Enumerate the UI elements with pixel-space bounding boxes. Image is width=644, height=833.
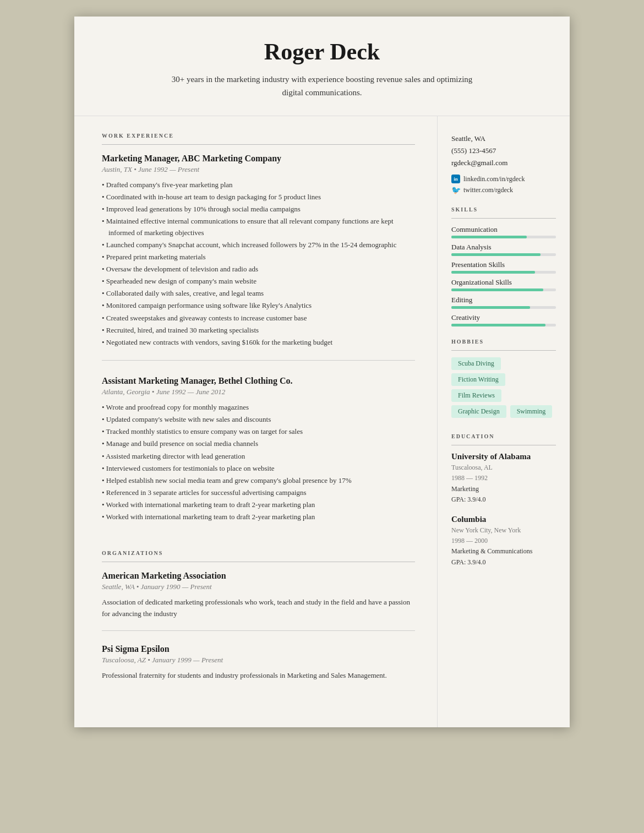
bullet-item: Drafted company's five-year marketing pl… <box>102 179 415 190</box>
sidebar: Seattle, WA (555) 123-4567 rgdeck@gmail.… <box>438 116 570 602</box>
linkedin-row: in linkedin.com/in/rgdeck <box>451 175 556 183</box>
skill-bar-fill-0 <box>451 236 527 238</box>
bullet-item: Coordinated with in-house art team to de… <box>102 192 415 203</box>
contact-email: rgdeck@gmail.com <box>451 157 556 169</box>
edu-field-1: Marketing & Communications <box>451 546 556 557</box>
skill-row-0: Communication <box>451 225 556 238</box>
resume-header: Roger Deck 30+ years in the marketing in… <box>74 17 570 116</box>
org-block-2: Psi Sigma Epsilon Tuscaloosa, AZ • Janua… <box>102 644 415 692</box>
edu-field-0: Marketing <box>451 484 556 494</box>
job-bullets-2: Wrote and proofread copy for monthly mag… <box>102 402 415 522</box>
bullet-item: Monitored campaign performance using sof… <box>102 300 415 311</box>
work-experience-section: WORK EXPERIENCE Marketing Manager, ABC M… <box>102 133 415 535</box>
skill-bar-bg-5 <box>451 324 556 326</box>
skill-name-1: Data Analysis <box>451 243 556 252</box>
organizations-label: ORGANIZATIONS <box>102 550 415 556</box>
edu-school-1: Columbia <box>451 515 556 524</box>
contact-phone: (555) 123-4567 <box>451 145 556 157</box>
skill-bar-fill-5 <box>451 324 545 326</box>
edu-years-1: 1998 — 2000 <box>451 536 556 546</box>
bullet-item: Created sweepstakes and giveaway contest… <box>102 313 415 324</box>
job-block-2: Assistant Marketing Manager, Bethel Clot… <box>102 376 415 535</box>
hobby-tag-3: Graphic Design <box>451 405 506 418</box>
job-title-2: Assistant Marketing Manager, Bethel Clot… <box>102 376 415 386</box>
main-content: WORK EXPERIENCE Marketing Manager, ABC M… <box>74 116 438 727</box>
bullet-item: Launched company's Snapchat account, whi… <box>102 239 415 251</box>
edu-gpa-0: GPA: 3.9/4.0 <box>451 494 556 505</box>
resume-document: Roger Deck 30+ years in the marketing in… <box>74 17 570 727</box>
skill-row-3: Organizational Skills <box>451 278 556 291</box>
job-title-1: Marketing Manager, ABC Marketing Company <box>102 154 415 164</box>
hobby-tag-2: Film Reviews <box>451 389 501 402</box>
skill-bar-fill-2 <box>451 271 535 274</box>
skill-name-5: Creativity <box>451 313 556 322</box>
bullet-item: Recruited, hired, and trained 30 marketi… <box>102 325 415 336</box>
skill-bar-bg-4 <box>451 306 556 309</box>
skill-row-1: Data Analysis <box>451 243 556 256</box>
hobby-tag-4: Swimming <box>510 405 553 418</box>
candidate-tagline: 30+ years in the marketing industry with… <box>162 73 482 99</box>
skill-row-5: Creativity <box>451 313 556 326</box>
bullet-item: Collaborated daily with sales, creative,… <box>102 288 415 299</box>
bullet-item: Wrote and proofread copy for monthly mag… <box>102 402 415 413</box>
skill-row-4: Editing <box>451 296 556 309</box>
job-bullets-1: Drafted company's five-year marketing pl… <box>102 179 415 348</box>
edu-years-0: 1988 — 1992 <box>451 473 556 483</box>
job-meta-1: Austin, TX • June 1992 — Present <box>102 165 415 174</box>
skill-name-0: Communication <box>451 225 556 234</box>
edu-gpa-1: GPA: 3.9/4.0 <box>451 557 556 568</box>
bullet-item: Referenced in 3 separate articles for su… <box>102 487 415 498</box>
skill-bar-fill-3 <box>451 288 543 291</box>
skill-bar-bg-2 <box>451 271 556 274</box>
skill-bar-bg-1 <box>451 253 556 256</box>
org-name-1: American Marketing Association <box>102 571 415 581</box>
skill-row-2: Presentation Skills <box>451 260 556 274</box>
bullet-item: Worked with international marketing team… <box>102 511 415 522</box>
body-layout: WORK EXPERIENCE Marketing Manager, ABC M… <box>74 116 570 727</box>
work-experience-label: WORK EXPERIENCE <box>102 133 415 139</box>
twitter-row: 🐦 twitter.com/rgdeck <box>451 186 556 194</box>
org-meta-1: Seattle, WA • January 1990 — Present <box>102 582 415 591</box>
education-section: EDUCATION University of Alabama Tuscaloo… <box>451 433 556 568</box>
organizations-section: ORGANIZATIONS American Marketing Associa… <box>102 550 415 692</box>
bullet-item: Negotiated new contracts with vendors, s… <box>102 337 415 348</box>
contact-block: Seattle, WA (555) 123-4567 rgdeck@gmail.… <box>451 133 556 194</box>
skill-name-3: Organizational Skills <box>451 278 556 287</box>
hobbies-section: HOBBIES Scuba Diving Fiction Writing Fil… <box>451 339 556 421</box>
bullet-item: Interviewed customers for testimonials t… <box>102 463 415 474</box>
org-meta-2: Tuscaloosa, AZ • January 1999 — Present <box>102 656 415 665</box>
twitter-icon: 🐦 <box>451 186 460 194</box>
org-desc-2: Professional fraternity for students and… <box>102 670 415 681</box>
bullet-item: Prepared print marketing materials <box>102 252 415 263</box>
bullet-item: Tracked monthly statistics to ensure com… <box>102 426 415 437</box>
bullet-item: Manage and build presence on social medi… <box>102 438 415 449</box>
bullet-item: Helped establish new social media team a… <box>102 475 415 486</box>
candidate-name: Roger Deck <box>107 39 537 65</box>
hobbies-tags: Scuba Diving Fiction Writing Film Review… <box>451 357 556 421</box>
org-desc-1: Association of dedicated marketing profe… <box>102 597 415 619</box>
bullet-item: Oversaw the development of television an… <box>102 264 415 275</box>
skill-bar-bg-0 <box>451 236 556 238</box>
twitter-link: twitter.com/rgdeck <box>463 186 513 194</box>
skill-bar-bg-3 <box>451 288 556 291</box>
skills-label: SKILLS <box>451 206 556 213</box>
org-name-2: Psi Sigma Epsilon <box>102 644 415 654</box>
linkedin-icon: in <box>451 175 460 183</box>
skill-bar-fill-4 <box>451 306 530 309</box>
bullet-item: Updated company's website with new sales… <box>102 414 415 425</box>
hobby-tag-1: Fiction Writing <box>451 373 505 386</box>
org-block-1: American Marketing Association Seattle, … <box>102 571 415 630</box>
edu-school-0: University of Alabama <box>451 452 556 461</box>
skills-section: SKILLS Communication Data Analysis Prese… <box>451 206 556 326</box>
skill-name-2: Presentation Skills <box>451 260 556 269</box>
linkedin-link: linkedin.com/in/rgdeck <box>463 175 525 183</box>
job-meta-2: Atlanta, Georgia • June 1992 — June 2012 <box>102 388 415 396</box>
edu-block-1: Columbia New York City, New York 1998 — … <box>451 515 556 568</box>
hobbies-label: HOBBIES <box>451 339 556 345</box>
edu-location-1: New York City, New York <box>451 525 556 536</box>
education-label: EDUCATION <box>451 433 556 439</box>
skill-bar-fill-1 <box>451 253 541 256</box>
edu-location-0: Tuscaloosa, AL <box>451 462 556 473</box>
bullet-item: Improved lead generations by 10% through… <box>102 204 415 215</box>
edu-block-0: University of Alabama Tuscaloosa, AL 198… <box>451 452 556 505</box>
